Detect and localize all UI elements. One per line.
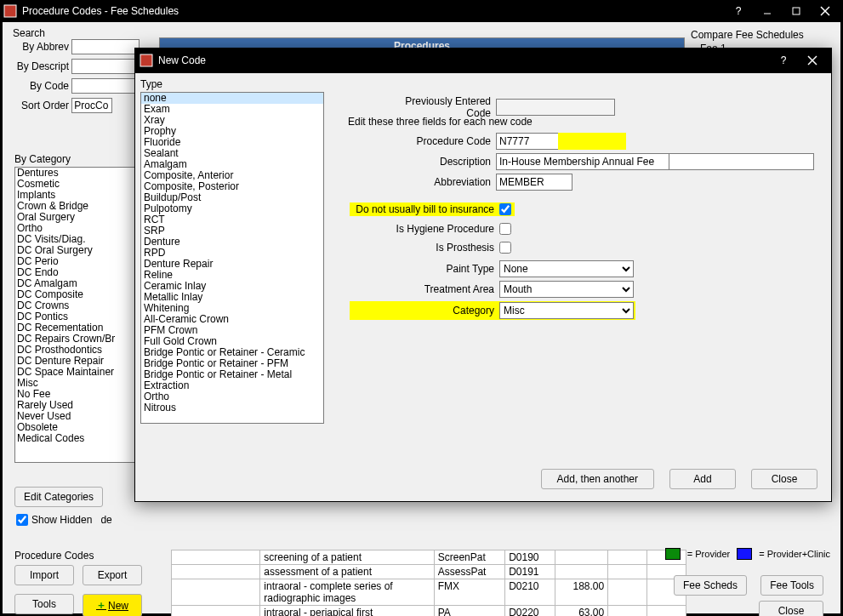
fee-scheds-button[interactable]: Fee Scheds (674, 575, 747, 596)
cell (555, 565, 608, 579)
export-button[interactable]: Export (83, 565, 142, 585)
cell (172, 565, 260, 579)
cell (608, 606, 647, 617)
cell: intraoral - complete series of radiograp… (260, 579, 434, 606)
add-button[interactable]: Add (669, 469, 736, 489)
by-category-label: By Category (14, 153, 71, 165)
abbreviation-input[interactable] (496, 174, 572, 191)
fee-tools-button[interactable]: Fee Tools (760, 575, 823, 596)
cell (555, 550, 608, 565)
prev-code-field (496, 99, 615, 116)
list-item[interactable]: Denture (141, 237, 323, 248)
search-label: Search (13, 27, 156, 39)
close-button[interactable]: Close (759, 601, 823, 616)
cell (608, 565, 647, 579)
list-item[interactable]: Pulpotomy (141, 203, 323, 214)
cell (172, 606, 260, 617)
edit-categories-button[interactable]: Edit Categories (14, 487, 103, 507)
procedure-codes-label: Procedure Codes (14, 550, 94, 562)
no-bill-checkbox[interactable] (499, 203, 511, 215)
show-hidden-checkbox[interactable] (16, 514, 28, 526)
main-titlebar: Procedure Codes - Fee Schedules ? (0, 0, 843, 22)
cell: assessment of a patient (260, 565, 434, 579)
by-descript-label: By Descript (13, 60, 69, 72)
cell: PA (434, 606, 504, 617)
cell: ScreenPat (434, 550, 504, 565)
type-list[interactable]: noneExamXrayProphyFluorideSealantAmalgam… (140, 92, 324, 424)
svg-rect-2 (793, 8, 800, 14)
close-icon[interactable] (811, 2, 840, 20)
cell: FMX (434, 579, 504, 606)
plus-icon: ＋ (96, 598, 106, 613)
prosthesis-checkbox[interactable] (499, 242, 511, 254)
svg-rect-5 (140, 54, 152, 66)
cell: intraoral - periapical first radiographi… (260, 606, 434, 617)
cell (172, 579, 260, 606)
sort-order-combo[interactable] (71, 98, 112, 113)
cell (608, 579, 647, 606)
paint-type-label: Paint Type (350, 263, 494, 275)
hygiene-checkbox[interactable] (499, 223, 511, 235)
app-icon (3, 4, 17, 18)
maximize-icon[interactable] (782, 2, 811, 20)
provider-swatch (665, 548, 681, 560)
provider-clinic-legend: = Provider+Clinic (759, 549, 830, 559)
description-input-ext[interactable] (669, 153, 814, 170)
cell (172, 550, 260, 565)
cell (608, 550, 647, 565)
new-code-dialog: New Code ? Type noneExamXrayProphyFluori… (134, 48, 832, 502)
description-input[interactable] (496, 153, 669, 170)
svg-line-4 (821, 7, 829, 15)
help-icon[interactable]: ? (724, 2, 753, 20)
list-item[interactable]: RCT (141, 214, 323, 225)
truncated-text: de (100, 514, 111, 526)
dialog-titlebar: New Code ? (134, 48, 832, 73)
svg-rect-0 (4, 5, 16, 17)
import-button[interactable]: Import (14, 565, 74, 585)
cell: D0220 (505, 606, 555, 617)
new-button[interactable]: ＋New (83, 594, 142, 616)
list-item[interactable]: Exam (141, 104, 323, 115)
cell: D0210 (505, 579, 555, 606)
minimize-icon[interactable] (753, 2, 782, 20)
dialog-title: New Code (158, 54, 769, 66)
cell: D0191 (505, 565, 555, 579)
table-row[interactable]: assessment of a patientAssessPatD0191 (172, 565, 686, 579)
type-label: Type (140, 78, 162, 90)
cell: D0190 (505, 550, 555, 565)
code-search-input[interactable] (71, 78, 140, 94)
by-abbrev-label: By Abbrev (13, 41, 69, 53)
add-then-another-button[interactable]: Add, then another (541, 469, 654, 489)
show-hidden-label: Show Hidden (31, 514, 92, 526)
dialog-close-button[interactable]: Close (751, 469, 817, 489)
cell: 63.00 (555, 606, 608, 617)
procedure-code-input[interactable] (496, 133, 559, 150)
window-title: Procedure Codes - Fee Schedules (22, 5, 724, 17)
category-select[interactable]: Misc (499, 302, 634, 319)
abbrev-label: Abbreviation (380, 176, 491, 188)
tools-button[interactable]: Tools (14, 594, 74, 614)
category-label: Category (351, 305, 494, 317)
cell (647, 606, 686, 617)
abbrev-search-input[interactable] (71, 39, 140, 54)
svg-line-3 (821, 7, 829, 15)
prosthesis-label: Is Prosthesis (350, 242, 494, 254)
description-label: Description (380, 156, 491, 168)
list-item[interactable]: Nitrous (141, 402, 323, 414)
treat-area-label: Treatment Area (350, 283, 494, 295)
edit-hint: Edit these three fields for each new cod… (348, 116, 824, 128)
dialog-close-icon[interactable] (798, 50, 827, 71)
provider-clinic-swatch (737, 548, 752, 560)
cell: AssessPat (434, 565, 504, 579)
table-row[interactable]: screening of a patientScreenPatD0190 (172, 550, 686, 565)
descript-search-input[interactable] (71, 59, 140, 74)
sort-order-label: Sort Order (13, 100, 69, 111)
treat-area-select[interactable]: Mouth (499, 281, 634, 298)
dialog-help-icon[interactable]: ? (769, 50, 798, 71)
hygiene-label: Is Hygiene Procedure (350, 223, 494, 235)
paint-type-select[interactable]: None (499, 260, 634, 277)
table-row[interactable]: intraoral - complete series of radiograp… (172, 579, 686, 606)
new-button-label: New (108, 600, 128, 612)
procedure-rows[interactable]: screening of a patientScreenPatD0190asse… (171, 550, 686, 616)
table-row[interactable]: intraoral - periapical first radiographi… (172, 606, 686, 617)
